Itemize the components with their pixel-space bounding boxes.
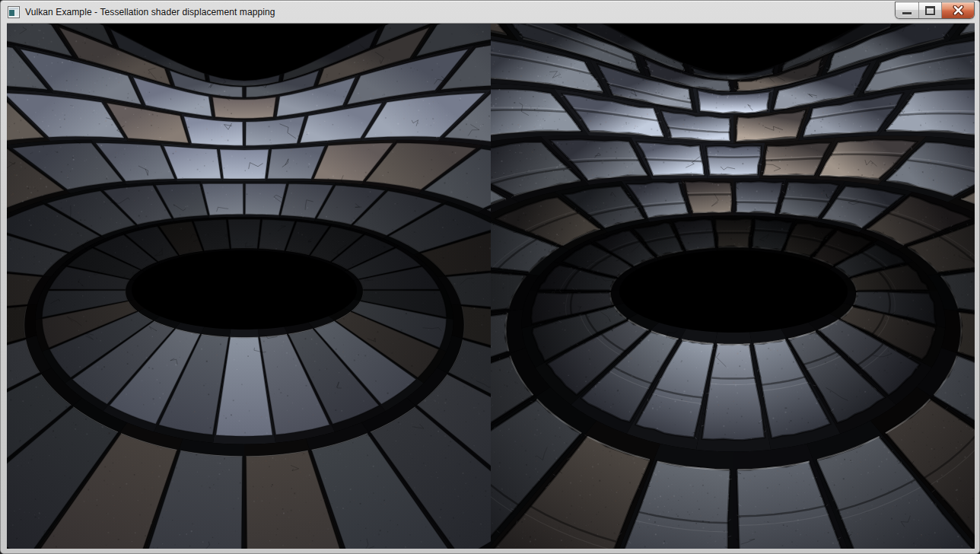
close-button[interactable] (942, 2, 974, 18)
application-icon (8, 6, 20, 18)
minimize-icon (902, 12, 912, 14)
render-canvas[interactable] (7, 24, 975, 549)
window-controls (896, 2, 974, 18)
title-bar[interactable]: Vulkan Example - Tessellation shader dis… (1, 1, 979, 24)
close-icon (953, 5, 964, 15)
render-area (7, 24, 975, 549)
maximize-button[interactable] (919, 2, 942, 18)
window-title: Vulkan Example - Tessellation shader dis… (25, 7, 275, 18)
app-window: Vulkan Example - Tessellation shader dis… (0, 0, 980, 554)
minimize-button[interactable] (896, 2, 919, 18)
maximize-icon (925, 6, 935, 15)
